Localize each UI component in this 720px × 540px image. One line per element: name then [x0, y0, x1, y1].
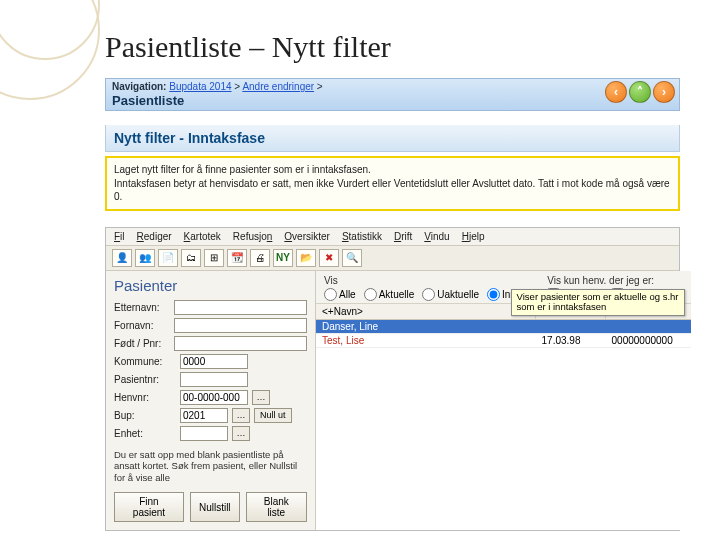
- find-button[interactable]: Finn pasient: [114, 492, 184, 522]
- lbl-henvnr: Henvnr:: [114, 392, 176, 403]
- bup-input[interactable]: [180, 408, 228, 423]
- menu-bar: Fil Rediger Kartotek Refusjon Oversikter…: [106, 228, 679, 246]
- info-line1: Laget nytt filter for å finne pasienter …: [114, 163, 671, 177]
- tooltip: Viser pasienter som er aktuelle og s.hr …: [511, 289, 685, 317]
- menu-drift[interactable]: Drift: [394, 231, 412, 242]
- lbl-pasientnr: Pasientnr:: [114, 374, 176, 385]
- bup-lookup-button[interactable]: …: [232, 408, 250, 423]
- pane-title: Pasienter: [114, 277, 307, 294]
- tb-people-icon[interactable]: 👥: [135, 249, 155, 267]
- lbl-enhet: Enhet:: [114, 428, 176, 439]
- radio-aktuelle[interactable]: Aktuelle: [364, 288, 415, 301]
- toolbar: 👤 👥 📄 🗂 ⊞ 📆 🖨 NY 📂 ✖ 🔍: [106, 246, 679, 271]
- radio-alle[interactable]: Alle: [324, 288, 356, 301]
- fodt-input[interactable]: [174, 336, 307, 351]
- tb-grid-icon[interactable]: ⊞: [204, 249, 224, 267]
- pasientnr-input[interactable]: [180, 372, 248, 387]
- henvnr-input[interactable]: [180, 390, 248, 405]
- vis-label: Vis: [324, 275, 529, 286]
- list-row[interactable]: Test, Lise 17.03.98 00000000000: [316, 334, 691, 348]
- list-row[interactable]: Danser, Line: [316, 320, 691, 334]
- lbl-etternavn: Etternavn:: [114, 302, 170, 313]
- blank-button[interactable]: Blank liste: [246, 492, 307, 522]
- search-pane: Pasienter Etternavn: Fornavn: Født / Pnr…: [106, 271, 316, 531]
- nav-up-icon[interactable]: ˄: [629, 81, 651, 103]
- nav-bar: Navigation: Bupdata 2014 > Andre endring…: [105, 78, 680, 111]
- info-box: Laget nytt filter for å finne pasienter …: [105, 156, 680, 211]
- menu-hjelp[interactable]: Hjelp: [462, 231, 485, 242]
- page-title: Pasientliste: [112, 93, 673, 108]
- slide-title: Pasientliste – Nytt filter: [0, 0, 720, 78]
- lbl-bup: Bup:: [114, 410, 176, 421]
- enhet-input[interactable]: [180, 426, 228, 441]
- menu-rediger[interactable]: Rediger: [137, 231, 172, 242]
- lbl-kommune: Kommune:: [114, 356, 176, 367]
- henvnr-lookup-button[interactable]: …: [252, 390, 270, 405]
- etternavn-input[interactable]: [174, 300, 307, 315]
- menu-oversikter[interactable]: Oversikter: [284, 231, 330, 242]
- kommune-input[interactable]: [180, 354, 248, 369]
- tb-person-icon[interactable]: 👤: [112, 249, 132, 267]
- reset-button[interactable]: Nullstill: [190, 492, 240, 522]
- crumb-andre[interactable]: Andre endringer: [242, 81, 314, 92]
- breadcrumb: Navigation: Bupdata 2014 > Andre endring…: [112, 81, 673, 92]
- tb-print-icon[interactable]: 🖨: [250, 249, 270, 267]
- lbl-fornavn: Fornavn:: [114, 320, 170, 331]
- tb-doc-icon[interactable]: 📄: [158, 249, 178, 267]
- info-line2: Inntaksfasen betyr at henvisdato er satt…: [114, 177, 671, 204]
- menu-refusjon[interactable]: Refusjon: [233, 231, 272, 242]
- tb-open-icon[interactable]: 📂: [296, 249, 316, 267]
- nav-fwd-icon[interactable]: ›: [653, 81, 675, 103]
- nullut-button[interactable]: Null ut: [254, 408, 292, 423]
- tb-calendar-icon[interactable]: 📆: [227, 249, 247, 267]
- list-pane: Vis Alle Aktuelle Uaktuelle Inntak Vis k…: [316, 271, 691, 531]
- enhet-lookup-button[interactable]: …: [232, 426, 250, 441]
- section-heading: Nytt filter - Inntaksfase: [105, 125, 680, 152]
- hint-text: Du er satt opp med blank pasientliste på…: [114, 449, 307, 485]
- menu-statistikk[interactable]: Statistikk: [342, 231, 382, 242]
- crumb-bupdata[interactable]: Bupdata 2014: [169, 81, 231, 92]
- tb-close-icon[interactable]: ✖: [319, 249, 339, 267]
- app-window: Fil Rediger Kartotek Refusjon Oversikter…: [105, 227, 680, 532]
- nav-back-icon[interactable]: ‹: [605, 81, 627, 103]
- tb-search-icon[interactable]: 🔍: [342, 249, 362, 267]
- tb-new-icon[interactable]: NY: [273, 249, 293, 267]
- nav-label: Navigation:: [112, 81, 166, 92]
- menu-fil[interactable]: Fil: [114, 231, 125, 242]
- tb-folder-icon[interactable]: 🗂: [181, 249, 201, 267]
- col-name[interactable]: <+Navn>: [316, 304, 536, 319]
- lbl-fodt: Født / Pnr:: [114, 338, 170, 349]
- chk-header: Vis kun henv. der jeg er:: [547, 275, 682, 286]
- fornavn-input[interactable]: [174, 318, 307, 333]
- menu-kartotek[interactable]: Kartotek: [184, 231, 221, 242]
- menu-vindu[interactable]: Vindu: [424, 231, 449, 242]
- radio-uaktuelle[interactable]: Uaktuelle: [422, 288, 479, 301]
